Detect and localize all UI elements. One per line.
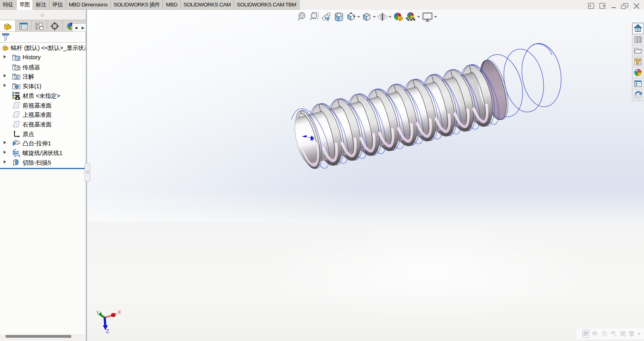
svg-text:Z: Z <box>106 328 109 334</box>
svg-text:A: A <box>15 76 18 80</box>
svg-text:X: X <box>118 309 121 315</box>
